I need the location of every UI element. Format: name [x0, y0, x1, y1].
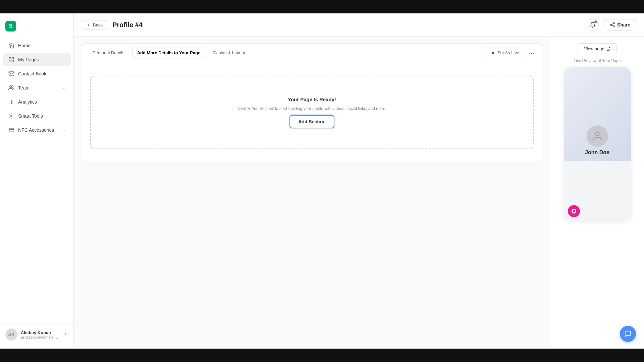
back-button[interactable]: Back [82, 20, 107, 30]
sidebar-logo: S [0, 17, 73, 38]
tools-icon [8, 113, 15, 119]
bottom-bar [0, 349, 644, 362]
svg-rect-0 [9, 57, 11, 59]
phone-top-section: John Doe [564, 67, 631, 161]
svg-rect-2 [9, 60, 11, 62]
sidebar-item-analytics[interactable]: Analytics [3, 95, 71, 109]
view-page-label: View page [584, 46, 604, 51]
sidebar-item-label: NFC Accessories [18, 127, 54, 133]
brand-dot [568, 205, 580, 217]
more-options-button[interactable]: ⋯ [527, 48, 536, 58]
empty-state-title: Your Page Is Ready! [288, 97, 336, 102]
svg-point-12 [613, 22, 614, 24]
svg-rect-1 [12, 57, 14, 59]
user-name: Akshay Kumar [21, 330, 59, 335]
sidebar-item-label: Team [18, 85, 30, 90]
brand-dot-inner [572, 209, 576, 214]
settings-icon[interactable] [63, 331, 68, 338]
svg-line-16 [612, 23, 613, 24]
home-icon [8, 42, 15, 49]
tab-add-more-details[interactable]: Add More Details to Your Page [132, 48, 206, 58]
empty-state-area: Your Page Is Ready! Click '+ Add Section… [90, 76, 534, 149]
pages-icon [8, 56, 15, 63]
sidebar-item-home[interactable]: Home [3, 39, 71, 52]
user-email: ash@synxautomate.com [21, 335, 59, 339]
editor-body: Your Page Is Ready! Click '+ Add Section… [82, 62, 542, 163]
add-section-button[interactable]: Add Section [289, 115, 334, 128]
back-label: Back [93, 22, 103, 27]
empty-state-subtitle: Click '+ Add Section' to start building … [237, 106, 386, 111]
add-section-label: Add Section [298, 119, 326, 124]
sidebar-item-label: Home [18, 43, 31, 48]
tab-personal-details[interactable]: Personal Details [88, 48, 129, 58]
content-area: Personal Details Add More Details to You… [74, 37, 644, 349]
svg-point-14 [613, 26, 614, 27]
sidebar-item-team[interactable]: Team ⌄ [3, 81, 71, 95]
svg-rect-3 [12, 60, 14, 62]
tab-label: Personal Details [93, 50, 124, 55]
preview-avatar [587, 125, 608, 147]
main-content: Back Profile #4 Share Persona [74, 13, 644, 349]
preview-panel: View page Live Preview of Your Page John… [550, 37, 644, 349]
sidebar-item-label: Contact Book [18, 71, 46, 76]
phone-bottom-section [564, 161, 631, 221]
team-icon [8, 84, 15, 91]
tab-label: Add More Details to Your Page [137, 50, 201, 55]
share-label: Share [617, 22, 630, 27]
editor-area: Personal Details Add More Details to You… [74, 37, 550, 349]
user-info: Akshay Kumar ash@synxautomate.com [21, 330, 59, 339]
set-live-button[interactable]: Set As Live [486, 48, 524, 58]
svg-line-15 [612, 25, 613, 26]
svg-point-8 [11, 115, 12, 117]
logo-letter: S [9, 23, 13, 29]
user-avatar: AK [5, 328, 17, 341]
sidebar-item-contact-book[interactable]: Contact Book [3, 67, 71, 80]
share-button[interactable]: Share [604, 19, 636, 31]
tab-design-layout[interactable]: Design & Layout [208, 48, 250, 58]
chat-button[interactable] [620, 326, 636, 342]
live-preview-label: Live Preview of Your Page [574, 58, 621, 63]
phone-preview: John Doe [564, 67, 631, 221]
top-bar [0, 0, 644, 13]
user-initials: AK [8, 332, 15, 337]
svg-rect-9 [9, 128, 14, 132]
editor-card: Personal Details Add More Details to You… [82, 43, 542, 163]
tabs-bar: Personal Details Add More Details to You… [82, 44, 542, 62]
svg-point-13 [610, 24, 612, 25]
sidebar-item-my-pages[interactable]: My Pages [3, 53, 71, 66]
svg-point-11 [65, 333, 66, 335]
sidebar-item-label: Smart Tools [18, 113, 43, 119]
tab-label: Design & Layout [213, 50, 245, 55]
chevron-down-icon: ⌄ [62, 128, 65, 132]
contacts-icon [8, 70, 15, 77]
app-logo-icon: S [5, 21, 16, 32]
nfc-icon [8, 127, 15, 133]
sidebar-footer: AK Akshay Kumar ash@synxautomate.com [0, 324, 73, 345]
sidebar-item-smart-tools[interactable]: Smart Tools [3, 109, 71, 123]
notification-button[interactable] [587, 19, 599, 31]
analytics-icon [8, 99, 15, 105]
sidebar-nav: Home My Pages Contact Book [0, 38, 73, 324]
chevron-down-icon: ⌄ [62, 85, 65, 90]
svg-point-4 [10, 85, 12, 87]
notification-dot [594, 20, 597, 23]
sidebar-item-nfc-accessories[interactable]: NFC Accessories ⌄ [3, 123, 71, 137]
svg-point-19 [595, 132, 599, 136]
sidebar-item-label: My Pages [18, 57, 39, 62]
preview-user-name: John Doe [585, 149, 609, 156]
page-title: Profile #4 [112, 21, 143, 29]
sidebar: S Home My Pages [0, 13, 74, 349]
view-page-button[interactable]: View page [578, 43, 616, 54]
page-header: Back Profile #4 Share [74, 13, 644, 37]
sidebar-item-label: Analytics [18, 99, 37, 105]
set-live-label: Set As Live [497, 50, 519, 55]
svg-line-18 [608, 47, 610, 49]
svg-point-17 [492, 52, 494, 54]
